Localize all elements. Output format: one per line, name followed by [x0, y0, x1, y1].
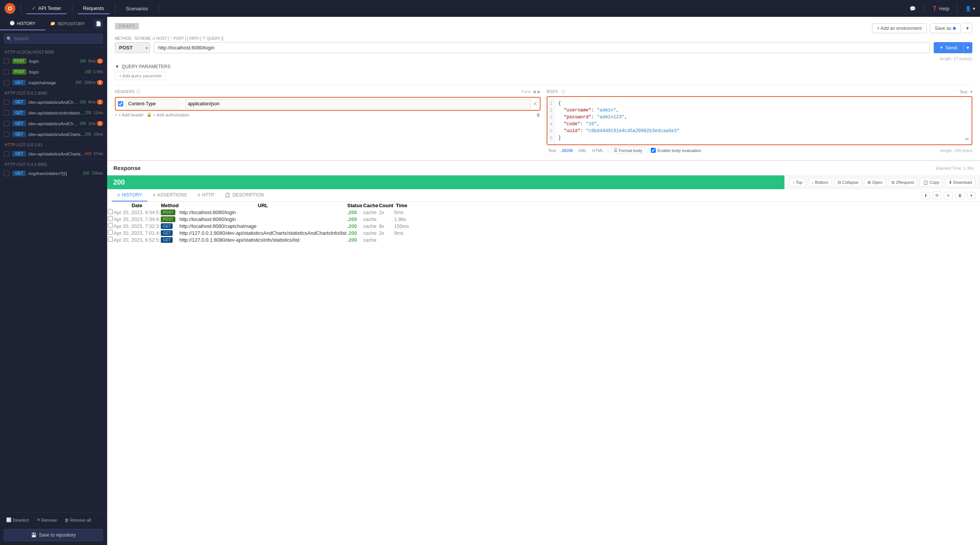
body-type-arrow-icon[interactable]: ▾ [970, 90, 972, 94]
format-text-btn[interactable]: Text [547, 147, 557, 154]
table-row[interactable]: Apr 20, 2023, 7:01:4: GET http://127.0.0… [108, 230, 409, 236]
tab-expand-btn[interactable]: ▾ [967, 192, 975, 199]
item-checkbox[interactable] [4, 100, 9, 105]
open-btn[interactable]: ⊞ Open [864, 178, 886, 187]
list-item[interactable]: POST /login 200 5ms 2 [0, 56, 107, 67]
nav-requests[interactable]: Requests [78, 3, 109, 14]
list-item[interactable]: GET /dev-api/statisticsAndCharts/sta... … [0, 97, 107, 108]
tab-trash-btn[interactable]: 🗑 [955, 192, 965, 199]
bottom-btn[interactable]: ↓ Bottom [808, 178, 831, 187]
col-time[interactable]: Time [394, 203, 409, 208]
row-checkbox[interactable] [108, 209, 113, 214]
row-checkbox[interactable] [108, 237, 113, 242]
resp-tab-assertions[interactable]: ≡ ASSERTIONS [147, 189, 192, 201]
item-checkbox[interactable] [4, 110, 9, 116]
item-checkbox[interactable] [4, 121, 9, 126]
table-row[interactable]: Apr 20, 2023, 7:32:3: GET http://localho… [108, 223, 409, 229]
save-as-btn[interactable]: Save as [930, 23, 961, 33]
send-btn[interactable]: ✈ Send [934, 42, 963, 53]
list-item[interactable]: GET /captchaImage 200 150ms 8 [0, 77, 107, 88]
col-count[interactable]: Count [379, 203, 394, 208]
profile-btn[interactable]: 👤 ▾ [965, 6, 975, 11]
enable-eval-checkbox[interactable] [651, 148, 656, 153]
header-key-input[interactable] [126, 99, 179, 108]
item-checkbox[interactable] [4, 59, 9, 64]
col-date[interactable]: Date [114, 203, 160, 208]
remove-btn[interactable]: ✕ Remove [34, 516, 59, 524]
query-params-header[interactable]: ▼ QUERY PARAMETERS [115, 64, 972, 69]
table-row[interactable]: Apr 20, 2023, 6:52:5: GET http://127.0.0… [108, 237, 409, 243]
format-html-btn[interactable]: HTML [591, 147, 605, 154]
body-text-type[interactable]: Text [960, 90, 967, 94]
list-item[interactable]: GET /dev-api/statisticsInfo/statistics/.… [0, 108, 107, 118]
collapse-btn[interactable]: ⊟ Collapse [834, 178, 862, 187]
resp-tab-history[interactable]: ≡ HISTORY [112, 189, 147, 201]
help-circle-icon: ❓ [931, 6, 938, 11]
doc-icon-btn[interactable]: 📄 [94, 19, 103, 28]
send-dropdown-btn[interactable]: ▾ [963, 42, 972, 53]
row-checkbox[interactable] [108, 216, 113, 221]
item-checkbox[interactable] [4, 69, 9, 75]
row-checkbox[interactable] [108, 230, 113, 235]
body-code-content[interactable]: { "username": "admin", "password": "admi… [555, 97, 972, 144]
header-value-input[interactable] [185, 99, 531, 108]
url-input[interactable] [154, 42, 930, 53]
list-item[interactable]: POST /login 200 1.96s [0, 67, 107, 77]
history-table[interactable]: Date Method URL Status Cache Count Time … [107, 202, 980, 278]
prev-arrow-icon[interactable]: ◀ [532, 89, 536, 94]
to-request-btn[interactable]: ⧉ 2Request [888, 178, 917, 187]
add-auth-btn[interactable]: 🔒 + Add authorization [147, 112, 189, 117]
table-row[interactable]: Apr 20, 2023, 7:34:4: POST http://localh… [108, 216, 409, 222]
top-btn[interactable]: ↑ Top [789, 178, 806, 187]
list-item[interactable]: GET /dev-api/statisticsAndCharts/sta... … [0, 129, 107, 140]
header-trash-icon[interactable]: 🗑 [536, 112, 541, 117]
save-as-dropdown-btn[interactable]: ▾ [963, 23, 972, 33]
help-btn[interactable]: ❓ Help [931, 6, 949, 11]
row-checkbox[interactable] [108, 223, 113, 228]
enable-eval-wrap[interactable]: Enable body evaluation [651, 148, 701, 153]
headers-form-toggle[interactable]: Form [521, 90, 531, 94]
sidebar-tab-repository[interactable]: 📁 REPOSITORY [45, 17, 90, 30]
format-json-btn[interactable]: JSON [560, 147, 574, 154]
row-time [394, 237, 409, 243]
resp-tab-http[interactable]: ≡ HTTP [192, 189, 219, 201]
save-to-repository-btn[interactable]: 💾 Save to repository [4, 529, 103, 541]
item-checkbox[interactable] [4, 171, 9, 176]
save-as-label: Save as [935, 26, 951, 31]
sidebar-items-scroll[interactable]: HTTP://LOCALHOST:8080 POST /login 200 5m… [0, 47, 107, 512]
download-btn[interactable]: ⬇ Download [945, 178, 975, 187]
nav-scenarios[interactable]: Scenarios [121, 3, 154, 14]
format-xml-btn[interactable]: XML [577, 147, 588, 154]
chat-icon-btn[interactable]: 💬 [910, 6, 916, 11]
format-body-btn[interactable]: ☰ Format body [611, 147, 645, 154]
resp-tab-description[interactable]: 📋 DESCRIPTION [219, 189, 269, 201]
list-item[interactable]: GET /org/tree/children?[1] 200 726ms [0, 168, 107, 179]
tab-copy-btn[interactable]: ⧉ [933, 191, 941, 199]
search-input[interactable] [4, 34, 103, 44]
list-item[interactable]: GET /dev-api/statisticsAndCharts/sta... … [0, 118, 107, 129]
tab-download-btn[interactable]: ⬇ [921, 192, 930, 199]
sidebar-tab-history[interactable]: 🕐 HISTORY [0, 17, 45, 30]
item-checkbox[interactable] [4, 132, 9, 137]
edit-icon[interactable]: ✏ [965, 136, 969, 142]
copy-btn[interactable]: 📋 Copy [920, 178, 943, 187]
col-method[interactable]: Method [161, 203, 178, 208]
table-row[interactable]: Apr 20, 2023, 9:34:5: POST http://localh… [108, 209, 409, 215]
add-header-btn[interactable]: + + Add header [115, 112, 144, 117]
nav-api-tester[interactable]: ✓ API Tester [26, 3, 67, 14]
list-item[interactable]: GET /dev-api/statisticsAndCharts/sta... … [0, 149, 107, 159]
deselect-btn[interactable]: ⬜ Deselect [4, 516, 31, 524]
item-checkbox[interactable] [4, 151, 9, 157]
item-checkbox[interactable] [4, 80, 9, 85]
col-status[interactable]: Status [347, 203, 363, 208]
col-url[interactable]: URL [180, 203, 346, 208]
tab-close-btn[interactable]: ✕ [944, 192, 953, 199]
add-environment-btn[interactable]: + Add an environment [872, 23, 927, 33]
add-param-btn[interactable]: + Add query parameter [115, 72, 166, 80]
header-checkbox[interactable] [118, 101, 123, 106]
col-cache[interactable]: Cache [363, 203, 378, 208]
next-arrow-icon[interactable]: ▶ [537, 89, 541, 94]
remove-all-btn[interactable]: 🗑 Remove all [62, 517, 93, 524]
header-delete-btn[interactable]: ✕ [533, 101, 537, 107]
method-select[interactable]: POST GET PUT DELETE [115, 42, 150, 53]
